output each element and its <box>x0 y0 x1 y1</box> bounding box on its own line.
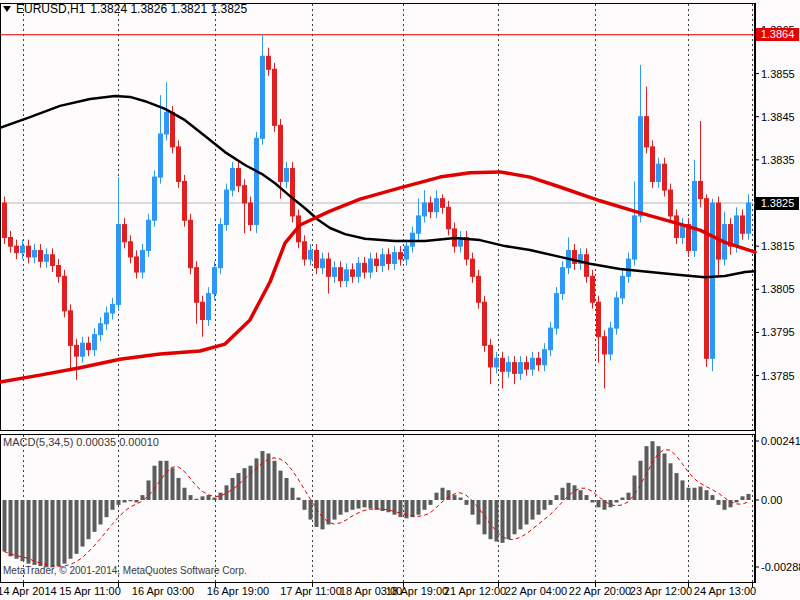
macd-bar <box>585 495 589 500</box>
macd-bar <box>309 500 313 520</box>
macd-bar <box>189 495 193 500</box>
candle-body <box>501 358 505 371</box>
candle-body <box>597 302 601 337</box>
candle-body <box>591 276 595 302</box>
candle-body <box>417 216 421 233</box>
candle-body <box>207 294 211 320</box>
macd-bar <box>339 500 343 515</box>
macd-bar <box>63 500 67 564</box>
candle-body <box>75 345 79 356</box>
candle-body <box>339 268 343 281</box>
candle-body <box>531 358 535 369</box>
macd-bar <box>387 500 391 512</box>
macd-bar <box>369 500 373 509</box>
macd-bar <box>519 500 523 529</box>
macd-name: MACD(5,34,5) <box>3 436 73 448</box>
macd-bar <box>21 500 25 561</box>
macd-bar <box>357 500 361 509</box>
candle-body <box>111 304 115 313</box>
macd-bar <box>663 453 667 500</box>
candle-body <box>141 250 145 272</box>
time-tick-label: 22 Apr 20:00 <box>569 585 631 597</box>
macd-bar <box>711 495 715 500</box>
macd-bar <box>45 500 49 567</box>
candle-body <box>231 168 235 190</box>
candle-body <box>81 343 85 356</box>
candle-body <box>87 343 91 349</box>
macd-bar <box>741 496 745 500</box>
macd-bar <box>405 500 409 518</box>
candle-body <box>213 268 217 294</box>
candle-body <box>93 335 97 350</box>
candle-body <box>603 337 607 354</box>
macd-bar <box>375 500 379 510</box>
macd-bar <box>705 490 709 500</box>
macd-bar <box>213 498 217 500</box>
macd-tick-label: -0.00288 <box>761 561 800 573</box>
candle-body <box>489 345 493 367</box>
macd-bar <box>153 466 157 500</box>
candle-body <box>201 302 205 319</box>
macd-bar <box>675 473 679 500</box>
macd-bar <box>171 468 175 500</box>
macd-bar <box>531 500 535 520</box>
candle-body <box>657 164 661 181</box>
macd-histogram[interactable] <box>3 441 751 567</box>
candle-body <box>45 255 49 261</box>
candle-body <box>363 263 367 272</box>
time-tick-label: 22 Apr 04:00 <box>505 585 567 597</box>
candle-body <box>117 225 121 305</box>
macd-bar <box>633 476 637 500</box>
macd-bar <box>717 500 721 505</box>
macd-bar <box>27 500 31 564</box>
chart-canvas[interactable] <box>0 0 800 600</box>
time-tick-label: 16 Apr 03:00 <box>132 585 194 597</box>
candle-body <box>135 257 139 272</box>
candle-body <box>345 270 349 281</box>
candle-body <box>429 203 433 212</box>
candle-body <box>471 259 475 276</box>
macd-bar <box>693 488 697 500</box>
price-tick-label: 1.3855 <box>761 68 795 80</box>
macd-bar <box>495 500 499 542</box>
macd-bar <box>477 500 481 524</box>
chart-title: EURUSD,H1 1.3824 1.3826 1.3821 1.3825 <box>3 2 247 16</box>
macd-bar <box>165 461 169 500</box>
candle-body <box>633 216 637 259</box>
macd-bar <box>273 461 277 500</box>
macd-bar <box>333 500 337 520</box>
candle-body <box>267 56 271 69</box>
candle-body <box>615 298 619 328</box>
candle-body <box>423 203 427 216</box>
macd-bar <box>93 500 97 532</box>
macd-bar <box>627 493 631 500</box>
candle-body <box>171 112 175 147</box>
macd-bar <box>399 500 403 517</box>
macd-bar <box>243 468 247 500</box>
candle-body <box>627 259 631 276</box>
macd-bar <box>81 500 85 547</box>
candle-body <box>675 216 679 238</box>
macd-bar <box>735 500 739 502</box>
candle-body <box>63 276 67 311</box>
macd-bar <box>471 500 475 515</box>
macd-bar <box>291 488 295 500</box>
macd-bar <box>315 500 319 527</box>
candle-body <box>411 233 415 246</box>
candle-body <box>639 117 643 216</box>
macd-bar <box>681 480 685 500</box>
candle-body <box>705 199 709 359</box>
price-tick-label: 1.3845 <box>761 111 795 123</box>
macd-bar <box>489 500 493 539</box>
macd-bar <box>105 500 109 517</box>
candle-body <box>51 255 55 266</box>
time-tick-label: 24 Apr 13:00 <box>694 585 756 597</box>
macd-bar <box>147 480 151 500</box>
candle-body <box>285 168 289 181</box>
macd-bar <box>657 446 661 500</box>
macd-bar <box>297 498 301 500</box>
macd-bar <box>429 500 433 505</box>
macd-bar <box>729 500 733 507</box>
candle-body <box>69 311 73 346</box>
candle-body <box>435 199 439 212</box>
